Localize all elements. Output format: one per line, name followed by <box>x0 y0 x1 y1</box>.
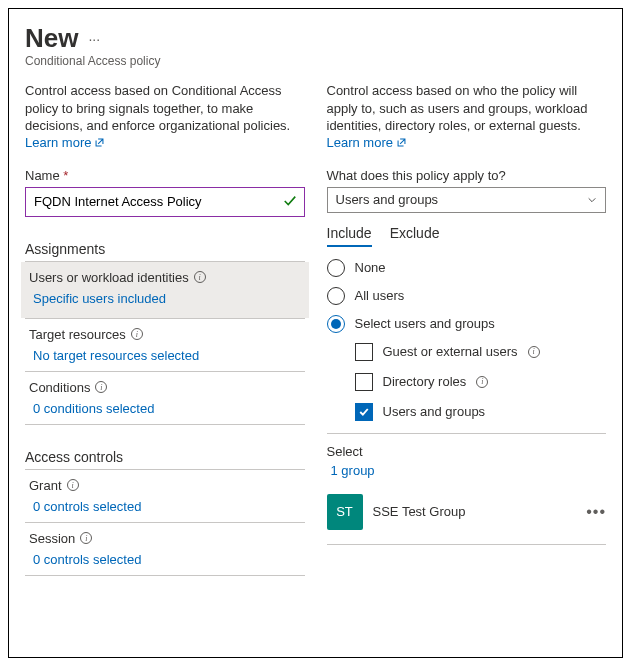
conditions-label: Conditions <box>29 380 90 395</box>
group-name: SSE Test Group <box>373 504 577 519</box>
learn-more-link[interactable]: Learn more <box>25 135 105 150</box>
checkbox-directory-roles-label: Directory roles <box>383 374 467 389</box>
apply-to-select[interactable]: Users and groups <box>327 187 607 213</box>
list-item[interactable]: ST SSE Test Group ••• <box>327 494 607 530</box>
apply-to-value: Users and groups <box>336 192 439 207</box>
conditions-row[interactable]: Conditions i 0 conditions selected <box>25 372 305 424</box>
session-value[interactable]: 0 controls selected <box>29 552 301 575</box>
checkbox-guest-users-label: Guest or external users <box>383 344 518 359</box>
target-resources-value[interactable]: No target resources selected <box>29 348 301 371</box>
info-icon[interactable]: i <box>131 328 143 340</box>
more-icon[interactable]: ••• <box>586 503 606 521</box>
apply-to-label: What does this policy apply to? <box>327 168 607 183</box>
page-subtitle: Conditional Access policy <box>25 54 606 68</box>
assignments-heading: Assignments <box>25 241 305 257</box>
right-description: Control access based on who the policy w… <box>327 82 607 135</box>
learn-more-link-right[interactable]: Learn more <box>327 135 407 150</box>
select-value-link[interactable]: 1 group <box>327 463 607 478</box>
info-icon[interactable]: i <box>95 381 107 393</box>
users-identities-label: Users or workload identities <box>29 270 189 285</box>
grant-row[interactable]: Grant i 0 controls selected <box>25 470 305 522</box>
grant-value[interactable]: 0 controls selected <box>29 499 301 522</box>
external-link-icon <box>396 137 407 148</box>
chevron-down-icon <box>587 195 597 205</box>
radio-select-users[interactable]: Select users and groups <box>327 315 607 333</box>
more-icon[interactable]: ··· <box>88 31 100 47</box>
avatar: ST <box>327 494 363 530</box>
radio-select-users-label: Select users and groups <box>355 316 495 331</box>
external-link-icon <box>94 137 105 148</box>
target-resources-label: Target resources <box>29 327 126 342</box>
info-icon[interactable]: i <box>528 346 540 358</box>
learn-more-label-right: Learn more <box>327 135 393 150</box>
access-controls-heading: Access controls <box>25 449 305 465</box>
name-input[interactable] <box>25 187 305 217</box>
info-icon[interactable]: i <box>476 376 488 388</box>
checkbox-guest-users[interactable]: Guest or external users i <box>355 343 607 361</box>
check-icon <box>358 406 370 418</box>
page-title: New <box>25 23 78 54</box>
session-row[interactable]: Session i 0 controls selected <box>25 523 305 575</box>
info-icon[interactable]: i <box>67 479 79 491</box>
select-heading: Select <box>327 444 607 459</box>
radio-all-users-label: All users <box>355 288 405 303</box>
tab-exclude[interactable]: Exclude <box>390 225 440 247</box>
target-resources-row[interactable]: Target resources i No target resources s… <box>25 319 305 371</box>
users-identities-value[interactable]: Specific users included <box>29 291 301 308</box>
conditions-value[interactable]: 0 conditions selected <box>29 401 301 424</box>
users-identities-row[interactable]: Users or workload identities i Specific … <box>21 262 309 318</box>
checkmark-icon <box>283 194 297 208</box>
learn-more-label: Learn more <box>25 135 91 150</box>
checkbox-directory-roles[interactable]: Directory roles i <box>355 373 607 391</box>
radio-none[interactable]: None <box>327 259 607 277</box>
grant-label: Grant <box>29 478 62 493</box>
left-description: Control access based on Conditional Acce… <box>25 82 305 135</box>
session-label: Session <box>29 531 75 546</box>
info-icon[interactable]: i <box>80 532 92 544</box>
checkbox-users-groups[interactable]: Users and groups <box>355 403 607 421</box>
tab-include[interactable]: Include <box>327 225 372 247</box>
radio-none-label: None <box>355 260 386 275</box>
info-icon[interactable]: i <box>194 271 206 283</box>
checkbox-users-groups-label: Users and groups <box>383 404 486 419</box>
radio-all-users[interactable]: All users <box>327 287 607 305</box>
name-label: Name * <box>25 168 305 183</box>
